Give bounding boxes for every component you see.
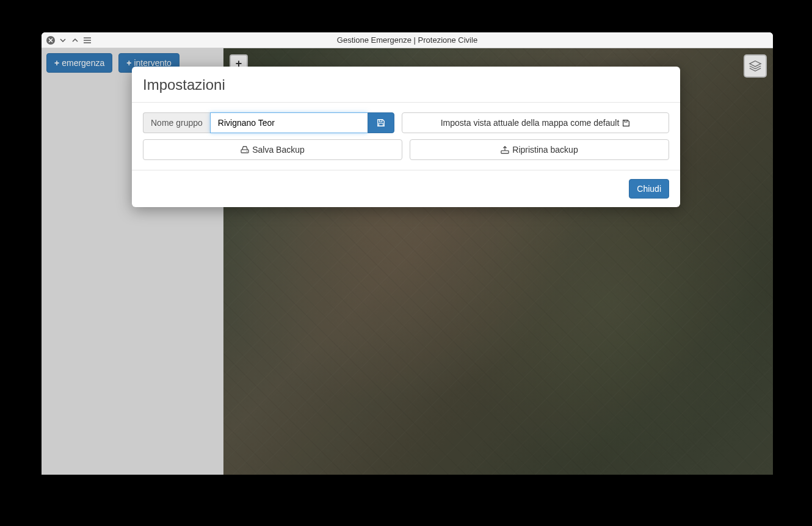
emergenza-label: emergenza — [62, 58, 104, 68]
titlebar-controls — [42, 36, 92, 45]
plus-icon — [54, 58, 59, 68]
save-backup-label: Salva Backup — [252, 145, 305, 155]
save-backup-button[interactable]: Salva Backup — [143, 139, 402, 160]
plus-icon — [126, 58, 131, 68]
close-label: Chiudi — [637, 184, 661, 194]
app-body: emergenza intervento + Impostaz — [42, 48, 773, 475]
layers-icon — [749, 59, 762, 73]
restore-backup-label: Ripristina backup — [512, 145, 578, 155]
close-icon[interactable] — [46, 36, 55, 45]
modal-body: Nome gruppo Imposta vista attuale della … — [132, 103, 680, 170]
chevron-up-icon[interactable] — [71, 36, 79, 45]
upload-icon — [501, 145, 509, 154]
svg-rect-11 — [501, 151, 509, 153]
hdd-icon — [241, 146, 249, 153]
set-default-view-label: Imposta vista attuale della mappa come d… — [441, 118, 620, 128]
modal-title: Impostazioni — [143, 76, 669, 93]
modal-footer: Chiudi — [132, 170, 680, 207]
settings-modal: Impostazioni Nome gruppo — [132, 67, 680, 207]
svg-marker-5 — [750, 61, 761, 67]
modal-header: Impostazioni — [132, 67, 680, 103]
layers-button[interactable] — [744, 54, 767, 78]
modal-row-2: Salva Backup Ripristina backup — [143, 139, 669, 160]
set-default-view-button[interactable]: Imposta vista attuale della mappa come d… — [402, 112, 669, 133]
titlebar: Gestione Emergenze | Protezione Civile — [42, 32, 773, 48]
svg-point-10 — [247, 151, 247, 152]
window-title: Gestione Emergenze | Protezione Civile — [42, 35, 773, 45]
restore-backup-button[interactable]: Ripristina backup — [410, 139, 669, 160]
app-window: Gestione Emergenze | Protezione Civile e… — [42, 32, 773, 475]
svg-rect-9 — [241, 150, 248, 153]
save-icon — [622, 119, 630, 127]
modal-row-1: Nome gruppo Imposta vista attuale della … — [143, 112, 669, 133]
save-icon — [377, 119, 385, 127]
add-emergenza-button[interactable]: emergenza — [46, 53, 112, 73]
group-name-input[interactable] — [210, 112, 368, 133]
group-name-input-group: Nome gruppo — [143, 112, 394, 133]
group-name-label: Nome gruppo — [143, 112, 210, 133]
svg-rect-6 — [379, 120, 382, 122]
save-group-name-button[interactable] — [368, 112, 394, 133]
menu-icon[interactable] — [83, 36, 92, 45]
chevron-down-icon[interactable] — [59, 36, 67, 45]
close-button[interactable]: Chiudi — [629, 179, 669, 199]
